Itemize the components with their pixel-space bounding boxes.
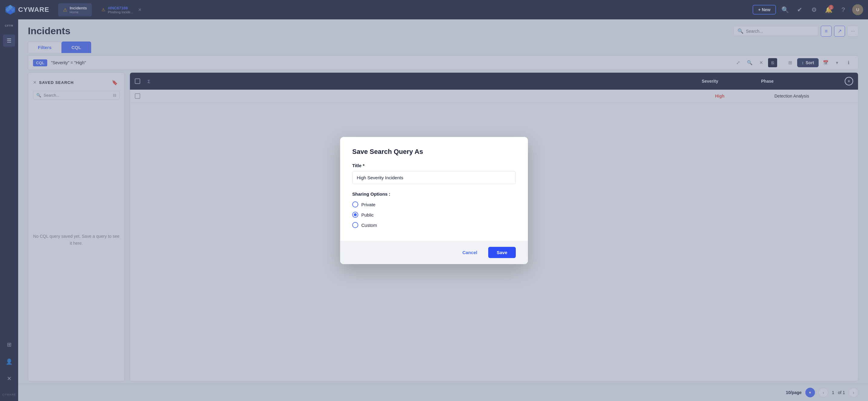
radio-public-label: Public [361, 212, 374, 217]
radio-custom-circle[interactable] [352, 222, 358, 228]
modal-field-label: Title * [352, 163, 516, 168]
radio-public-circle[interactable] [352, 212, 358, 218]
save-button[interactable]: Save [488, 247, 516, 258]
radio-private-circle[interactable] [352, 202, 358, 208]
radio-private-label: Private [361, 202, 376, 207]
modal-body: Save Search Query As Title * Sharing Opt… [340, 137, 528, 241]
modal-overlay: Save Search Query As Title * Sharing Opt… [0, 0, 868, 401]
cancel-button[interactable]: Cancel [457, 247, 484, 258]
radio-private[interactable]: Private [352, 202, 516, 208]
radio-custom[interactable]: Custom [352, 222, 516, 228]
radio-public[interactable]: Public [352, 212, 516, 218]
modal-sharing-label: Sharing Options : [352, 191, 516, 196]
modal-footer: Cancel Save [340, 241, 528, 264]
modal-title-input[interactable] [352, 171, 516, 184]
modal-title: Save Search Query As [352, 148, 516, 156]
save-search-modal: Save Search Query As Title * Sharing Opt… [340, 137, 528, 264]
radio-custom-label: Custom [361, 223, 377, 228]
